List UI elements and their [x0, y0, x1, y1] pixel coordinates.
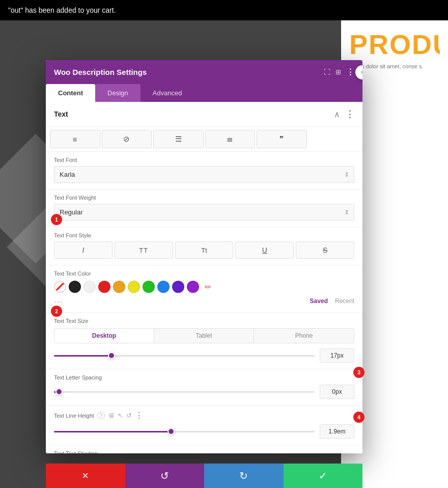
edit-color-icon[interactable]: ✏: [202, 281, 214, 293]
font-weight-label: Text Font Weight: [54, 195, 354, 201]
color-swatches-row: ✏: [54, 281, 354, 293]
save-button[interactable]: ✓: [284, 464, 363, 488]
transparent-swatch[interactable]: [54, 281, 66, 293]
purple1-swatch[interactable]: [172, 281, 184, 293]
tabs-bar: Content Design Advanced: [46, 84, 362, 102]
phone-tab[interactable]: Phone: [254, 329, 354, 343]
tablet-tab[interactable]: Tablet: [154, 329, 254, 343]
cart-message: "out" has been added to your cart.: [8, 6, 116, 14]
line-height-thumb[interactable]: [167, 428, 175, 435]
tab-design[interactable]: Design: [95, 84, 140, 102]
style-buttons-row: I TT Tt U S: [54, 241, 354, 259]
text-size-slider-row: 17px: [54, 348, 354, 363]
letter-spacing-slider-container[interactable]: [54, 387, 315, 397]
line-height-label: Text Line Height: [54, 413, 94, 419]
device-tabs: Desktop Tablet Phone: [54, 328, 354, 343]
cancel-button[interactable]: ×: [46, 464, 125, 488]
font-select-wrapper: Karla ⇕: [54, 166, 354, 183]
collapse-icon[interactable]: ∧: [334, 110, 340, 119]
text-color-label: Text Text Color: [54, 270, 354, 277]
columns-icon[interactable]: ⊞: [335, 68, 341, 76]
text-shadow-field: Text Text Shadow aA aA aA: [46, 445, 362, 453]
orange-swatch[interactable]: [113, 281, 125, 293]
text-size-slider-container[interactable]: [54, 350, 315, 361]
unordered-list-icon[interactable]: ☰: [153, 130, 204, 148]
black-swatch[interactable]: [69, 281, 81, 293]
letter-spacing-slider-row: 0px: [54, 385, 354, 399]
slider-thumb[interactable]: [108, 352, 115, 359]
top-notification-bar: "out" has been added to your cart.: [0, 0, 448, 20]
letter-spacing-track: [54, 391, 315, 393]
line-height-help-icon[interactable]: ?: [97, 412, 105, 419]
yellow-swatch[interactable]: [128, 281, 140, 293]
font-style-label: Text Font Style: [54, 232, 354, 238]
line-height-device-icon[interactable]: 🖥: [108, 412, 115, 419]
red-swatch[interactable]: [98, 281, 110, 293]
capitalize-button[interactable]: Tt: [175, 241, 234, 259]
section-header-controls: ∧ ⋮: [334, 109, 354, 120]
line-height-reset-icon[interactable]: ↺: [126, 412, 132, 419]
slider-track: [54, 355, 315, 357]
blockquote-icon[interactable]: ❞: [257, 130, 307, 148]
fullscreen-icon[interactable]: ⛶: [324, 68, 330, 76]
blue-swatch[interactable]: [157, 281, 170, 293]
line-height-more-icon[interactable]: ⋮: [135, 411, 143, 420]
line-height-slider-container[interactable]: [54, 426, 315, 437]
more-options-icon[interactable]: ⋮: [346, 67, 354, 77]
panel-header-actions: ⛶ ⊞ ⋮: [324, 67, 354, 77]
no-decoration-icon[interactable]: ⊘: [102, 130, 152, 148]
saved-color-tab[interactable]: Saved: [310, 297, 328, 305]
close-panel-button[interactable]: ×: [355, 65, 362, 79]
font-weight-select[interactable]: Regular: [54, 204, 354, 221]
tab-advanced[interactable]: Advanced: [141, 84, 194, 102]
green-swatch[interactable]: [143, 281, 155, 293]
undo-button[interactable]: ↺: [125, 464, 205, 488]
line-height-fill: [54, 431, 171, 432]
uppercase-button[interactable]: TT: [115, 241, 173, 259]
section-menu-icon[interactable]: ⋮: [345, 109, 354, 120]
text-size-value[interactable]: 17px: [320, 348, 354, 363]
text-section-header: Text ∧ ⋮: [46, 102, 362, 127]
slider-fill: [54, 355, 111, 357]
letter-spacing-value[interactable]: 0px: [320, 385, 354, 399]
panel-body: Text ∧ ⋮ ≡ ⊘ ☰ ≣ ❞ Text Font Karla ⇕: [46, 102, 362, 453]
italic-button[interactable]: I: [54, 241, 113, 259]
ordered-list-icon[interactable]: ≣: [205, 130, 256, 148]
product-desc-partial: ipsum dolor sit amet, conse s.: [349, 62, 440, 71]
line-height-field: Text Line Height ? 🖥 ↖ ↺ ⋮ 1.9em: [46, 405, 362, 445]
text-section-title: Text: [54, 110, 68, 118]
font-select[interactable]: Karla: [54, 166, 354, 183]
strikethrough-button[interactable]: S: [296, 241, 354, 259]
redo-button[interactable]: ↻: [204, 464, 284, 488]
white-swatch[interactable]: [83, 281, 96, 293]
badge-4: 4: [353, 412, 365, 423]
color-bottom-row: ··· Saved Recent: [54, 296, 354, 306]
badge-3: 3: [353, 367, 365, 378]
font-weight-select-wrapper: Regular ⇕: [54, 204, 354, 221]
line-height-label-row: Text Line Height ? 🖥 ↖ ↺ ⋮: [54, 411, 354, 420]
bottom-action-bar: × ↺ ↻ ✓: [46, 464, 362, 488]
product-title-partial: PRODU: [349, 31, 440, 58]
line-height-pointer-icon[interactable]: ↖: [118, 412, 123, 419]
text-style-icon-row: ≡ ⊘ ☰ ≣ ❞: [46, 127, 362, 152]
text-align-icon[interactable]: ≡: [50, 130, 100, 148]
tab-content[interactable]: Content: [46, 84, 95, 102]
more-colors-dots[interactable]: ···: [54, 296, 63, 306]
recent-color-tab[interactable]: Recent: [335, 297, 354, 305]
underline-button[interactable]: U: [235, 241, 294, 259]
color-tab-row: Saved Recent: [310, 297, 354, 305]
text-font-weight-field: Text Font Weight Regular ⇕: [46, 189, 362, 227]
badge-1: 1: [51, 214, 62, 225]
letter-spacing-field: Text Letter Spacing 0px: [46, 369, 362, 405]
text-font-label: Text Font: [54, 157, 354, 163]
settings-panel: Woo Description Settings ⛶ ⊞ ⋮ × Content…: [46, 60, 362, 453]
text-color-field: Text Text Color ✏ ··· Saved Recent: [46, 265, 362, 313]
text-size-label: Text Text Size: [54, 318, 354, 324]
desktop-tab[interactable]: Desktop: [54, 329, 154, 343]
line-height-value[interactable]: 1.9em: [320, 424, 354, 439]
empty-icon-slot: [309, 130, 359, 148]
panel-header: Woo Description Settings ⛶ ⊞ ⋮ ×: [46, 60, 362, 84]
purple2-swatch[interactable]: [187, 281, 199, 293]
letter-spacing-thumb[interactable]: [55, 388, 63, 395]
text-font-style-field: Text Font Style I TT Tt U S: [46, 227, 362, 265]
